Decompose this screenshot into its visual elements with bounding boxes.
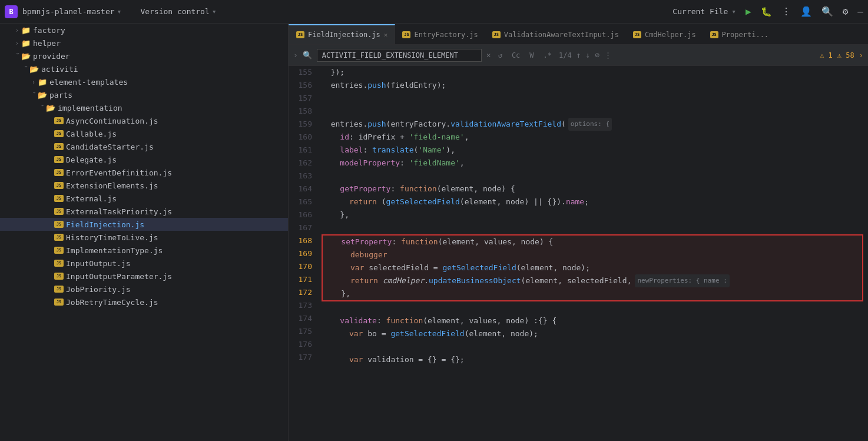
sidebar-item-jobpriority[interactable]: › JS JobPriority.js <box>0 283 288 296</box>
sidebar-item-provider[interactable]: › 📂 provider <box>0 49 288 62</box>
search-filter-button[interactable]: ⊘ <box>595 51 599 59</box>
search-clear-button[interactable]: × <box>486 51 491 59</box>
js-file-icon: JS <box>54 273 64 280</box>
js-file-icon: JS <box>54 143 64 150</box>
sidebar-item-external[interactable]: › JS External.js <box>0 192 288 205</box>
tab-properti[interactable]: JS Properti... <box>703 24 776 44</box>
sidebar-item-label: ImplementationType.js <box>66 246 163 255</box>
tab-validationawaretextinput[interactable]: JS ValidationAwareTextInput.js <box>485 24 626 44</box>
sidebar-item-candidatestarter[interactable]: › JS CandidateStarter.js <box>0 140 288 153</box>
chevron-down-icon: › <box>38 104 46 112</box>
js-file-icon: JS <box>54 299 64 306</box>
run-button[interactable]: ▶ <box>746 6 751 17</box>
version-chevron: ▾ <box>212 7 217 16</box>
main-content: › 📁 factory › 📁 helper › 📂 provider › 📂 … <box>0 24 868 441</box>
sidebar-item-label: activiti <box>41 65 78 74</box>
version-control-btn[interactable]: Version control ▾ <box>140 7 216 16</box>
sidebar-item-extensionelements[interactable]: › JS ExtensionElements.js <box>0 179 288 192</box>
code-line-164: getProperty: function(element, node) { <box>322 183 863 195</box>
code-content: 155 156 157 158 159 160 161 162 163 164 … <box>289 66 868 441</box>
file-tree: › 📁 factory › 📁 helper › 📂 provider › 📂 … <box>0 24 289 441</box>
brand-icon: B <box>5 5 18 18</box>
code-line-166: }, <box>322 208 863 221</box>
replace-icon[interactable]: ↺ <box>496 51 505 60</box>
sidebar-item-erroreventdefinition[interactable]: › JS ErrorEventDefinition.js <box>0 166 288 179</box>
sidebar-item-inputoutputparameter[interactable]: › JS InputOutputParameter.js <box>0 270 288 283</box>
code-line-165: return (getSelectedField(element, node) … <box>322 195 863 208</box>
js-badge: JS <box>710 31 718 38</box>
js-badge: JS <box>633 31 641 38</box>
sidebar-item-implementationtype[interactable]: › JS ImplementationType.js <box>0 244 288 257</box>
search-toggle-button[interactable]: › <box>293 51 298 59</box>
profile-button[interactable]: 👤 <box>800 6 812 17</box>
code-line-155: }); <box>322 66 863 79</box>
sidebar-item-element-templates[interactable]: › 📁 element-templates <box>0 75 288 88</box>
code-line-168: setProperty: function(element, values, n… <box>323 236 862 248</box>
project-name[interactable]: bpmnjs-planel-master ▾ <box>22 7 121 16</box>
js-file-icon: JS <box>54 234 64 241</box>
sidebar-item-label: JobRetryTimeCycle.js <box>66 298 158 307</box>
search-more-button[interactable]: ⋮ <box>604 51 612 59</box>
folder-icon: 📂 <box>46 103 55 112</box>
sidebar-item-callable[interactable]: › JS Callable.js <box>0 127 288 140</box>
tab-entryfactory[interactable]: JS EntryFactory.js <box>395 24 485 44</box>
sidebar-item-externaltaskpriority[interactable]: › JS ExternalTaskPriority.js <box>0 205 288 218</box>
sidebar-item-inputoutput[interactable]: › JS InputOutput.js <box>0 257 288 270</box>
search-next-button[interactable]: ↓ <box>586 51 591 59</box>
debug-button[interactable]: 🐛 <box>761 6 772 17</box>
code-line-163 <box>322 170 863 183</box>
settings-button[interactable]: ⚙ <box>843 6 849 17</box>
code-lines: }); entries.push(fieldEntry); entries.pu… <box>317 66 868 441</box>
chevron-right-icon: › <box>13 39 21 47</box>
js-file-icon: JS <box>54 286 64 293</box>
regex-button[interactable]: .* <box>541 51 554 60</box>
sidebar-item-label: Callable.js <box>66 130 117 138</box>
whole-word-button[interactable]: W <box>527 51 536 60</box>
js-file-icon: JS <box>54 117 64 124</box>
sidebar-item-label: AsyncContinuation.js <box>66 117 158 125</box>
minimize-button[interactable]: — <box>857 6 863 17</box>
chevron-down-icon: › <box>21 65 29 73</box>
expand-warnings-icon[interactable]: › <box>859 51 863 59</box>
js-file-icon: JS <box>54 182 64 189</box>
sidebar-item-activiti[interactable]: › 📂 activiti <box>0 62 288 75</box>
folder-icon: 📁 <box>21 25 31 35</box>
sidebar-item-helper[interactable]: › 📁 helper <box>0 37 288 49</box>
sidebar-item-label: External.js <box>66 194 117 203</box>
global-search-button[interactable]: 🔍 <box>821 6 833 17</box>
line-numbers: 155 156 157 158 159 160 161 162 163 164 … <box>289 66 317 441</box>
case-sensitive-button[interactable]: Cc <box>509 51 522 60</box>
js-file-icon: JS <box>54 195 64 202</box>
sidebar-item-label: HistoryTimeToLive.js <box>66 233 158 242</box>
sidebar-item-label: factory <box>33 26 65 35</box>
code-line-173 <box>322 301 863 314</box>
js-file-icon: JS <box>54 260 64 267</box>
code-line-177: var validation = {} = {}; <box>322 353 863 366</box>
sidebar-item-delegate[interactable]: › JS Delegate.js <box>0 153 288 166</box>
sidebar-item-asynccontinuation[interactable]: › JS AsyncContinuation.js <box>0 114 288 127</box>
code-line-174: validate: function(element, values, node… <box>322 314 863 327</box>
code-line-159: entries.push(entryFactory.validationAwar… <box>322 118 863 131</box>
current-file-button[interactable]: Current File ▾ <box>672 7 736 16</box>
sidebar-item-implementation[interactable]: › 📂 implementation <box>0 101 288 114</box>
close-tab-icon[interactable]: × <box>384 31 388 39</box>
js-file-icon: JS <box>54 247 64 254</box>
sidebar-item-parts[interactable]: › 📂 parts <box>0 88 288 101</box>
tab-label: CmdHelper.js <box>645 31 696 39</box>
sidebar-item-historytimetolive[interactable]: › JS HistoryTimeToLive.js <box>0 231 288 244</box>
sidebar-item-jobretrytimecycle[interactable]: › JS JobRetryTimeCycle.js <box>0 296 288 309</box>
sidebar-item-label: parts <box>49 91 72 100</box>
search-prev-button[interactable]: ↑ <box>577 51 581 59</box>
warning-badges: ⚠ 1 ⚠ 58 › <box>820 51 863 59</box>
tab-cmdhelper[interactable]: JS CmdHelper.js <box>626 24 703 44</box>
sidebar-item-fieldinjection[interactable]: › JS FieldInjection.js <box>0 218 288 231</box>
tab-fieldinjection[interactable]: JS FieldInjection.js × <box>289 24 395 44</box>
code-line-169: debugger <box>323 248 862 261</box>
more-menu-button[interactable]: ⋮ <box>781 6 791 17</box>
search-input[interactable] <box>317 49 482 62</box>
sidebar-item-factory[interactable]: › 📁 factory <box>0 24 288 37</box>
js-file-icon: JS <box>54 221 64 228</box>
code-editor[interactable]: 155 156 157 158 159 160 161 162 163 164 … <box>289 66 868 441</box>
sidebar-item-label: InputOutputParameter.js <box>66 272 172 281</box>
sidebar-item-label: CandidateStarter.js <box>66 142 154 151</box>
